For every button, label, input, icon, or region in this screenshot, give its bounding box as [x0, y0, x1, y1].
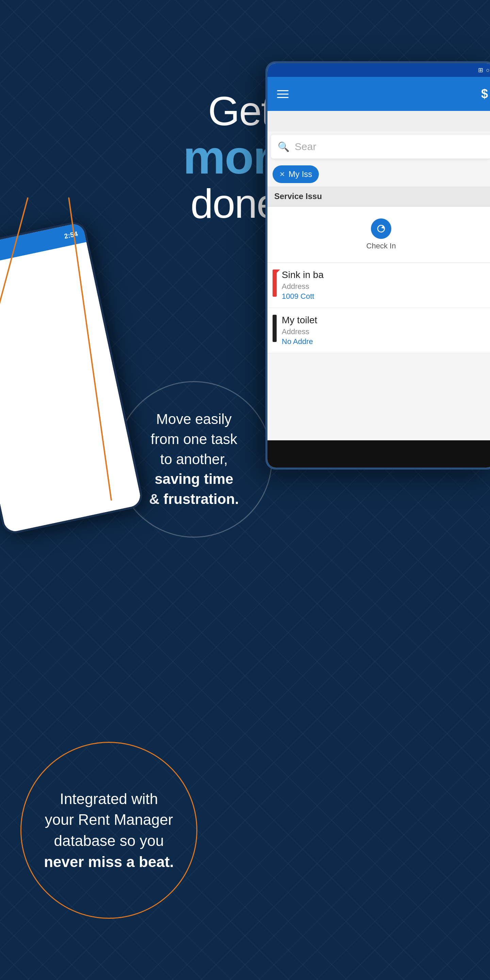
- hamburger-line-2: [277, 94, 288, 95]
- search-placeholder: Sear: [295, 141, 316, 153]
- list-empty-space: [267, 353, 490, 440]
- list-item-1-content: Sink in ba Address 1009 Cott: [282, 269, 490, 301]
- list-item-2[interactable]: My toilet Address No Addre: [267, 308, 490, 353]
- filter-chip-row: ✕ My Iss: [267, 162, 490, 186]
- phone-screen: ▲ ▌ 2:54: [0, 222, 142, 533]
- status-icons: ⊞ ○: [478, 66, 490, 74]
- search-bar[interactable]: 🔍 Sear: [271, 135, 490, 159]
- action-buttons-row: Check In: [267, 207, 490, 263]
- search-icon: 🔍: [278, 141, 290, 153]
- tablet-device: ⊞ ○ $ 🔍 Sear: [266, 61, 490, 469]
- phone-device: ▲ ▌ 2:54: [0, 220, 145, 536]
- circle-mid-text: Move easily from one task to another, sa…: [149, 409, 239, 509]
- filter-chip-my-issues[interactable]: ✕ My Iss: [272, 165, 319, 183]
- check-in-svg: [376, 224, 386, 234]
- list-item-2-badge: [272, 315, 277, 342]
- phone-content: [0, 242, 142, 533]
- circle-callout-mid: Move easily from one task to another, sa…: [116, 381, 272, 538]
- list-item-1[interactable]: Sink in ba Address 1009 Cott: [267, 263, 490, 308]
- check-in-icon: [371, 218, 391, 239]
- app-toolbar[interactable]: $: [267, 77, 490, 111]
- page-content: Get more done. Move easily from one task…: [0, 0, 490, 980]
- section-header: Service Issu: [267, 186, 490, 207]
- hamburger-line-1: [277, 90, 288, 91]
- list-item-2-subtitle: Address: [282, 327, 490, 336]
- list-item-1-title: Sink in ba: [282, 269, 490, 280]
- list-item-2-title: My toilet: [282, 315, 490, 326]
- app-status-bar: ⊞ ○: [267, 63, 490, 77]
- hamburger-button[interactable]: [274, 86, 291, 102]
- circle-bottom-text: Integrated with your Rent Manager databa…: [44, 788, 174, 872]
- hamburger-line-3: [277, 97, 288, 98]
- filter-chip-label: My Iss: [288, 169, 312, 179]
- app-screen: ⊞ ○ $ 🔍 Sear: [267, 63, 490, 468]
- check-in-button[interactable]: Check In: [356, 213, 406, 256]
- circle-icon: ○: [486, 67, 490, 74]
- check-in-label: Check In: [366, 242, 396, 250]
- circle-callout-bottom: Integrated with your Rent Manager databa…: [21, 742, 197, 919]
- filter-chip-close-icon[interactable]: ✕: [279, 170, 285, 178]
- list-item-1-triangle: [273, 269, 280, 276]
- list-item-1-subtitle: Address: [282, 282, 490, 291]
- grid-icon: ⊞: [478, 66, 483, 74]
- list-item-2-content: My toilet Address No Addre: [282, 315, 490, 346]
- phone-time: 2:54: [64, 230, 79, 240]
- list-item-2-address: No Addre: [282, 337, 490, 346]
- list-item-1-address: 1009 Cott: [282, 292, 490, 301]
- toolbar-s-icon: $: [481, 87, 488, 101]
- app-content: 🔍 Sear ✕ My Iss Service Issu: [267, 131, 490, 440]
- app-bottom-bar: [267, 440, 490, 468]
